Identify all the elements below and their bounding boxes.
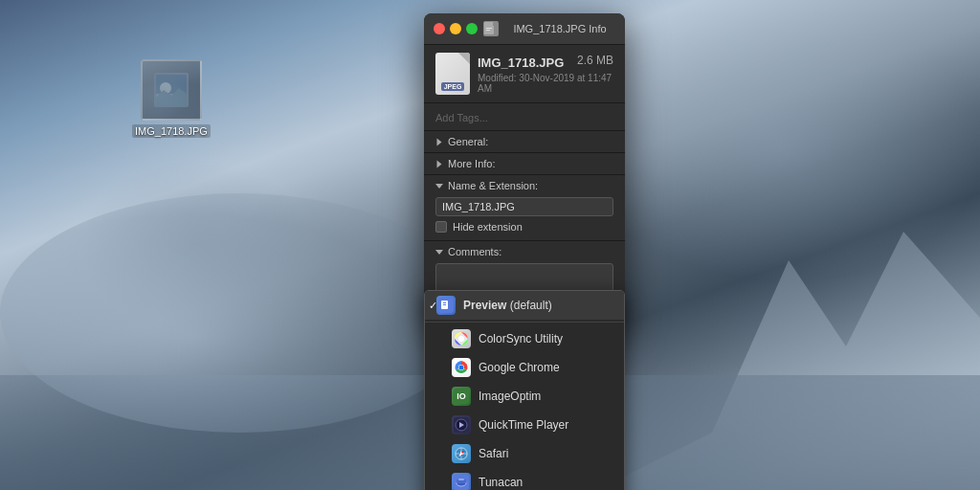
svg-text:IO: IO <box>457 391 466 401</box>
safari-label: Safari <box>479 447 508 460</box>
imageoptim-app-icon: IO <box>452 387 471 406</box>
general-header[interactable]: General: <box>424 131 625 152</box>
background-ice <box>0 193 479 433</box>
comments-label: Comments: <box>448 246 501 257</box>
file-size: 2.6 MB <box>577 54 613 67</box>
tunacan-app-icon <box>452 473 471 490</box>
title-bar: IMG_1718.JPG Info <box>424 13 625 45</box>
general-label: General: <box>448 136 488 147</box>
desktop-file-icon[interactable]: IMG_1718.JPG <box>132 59 211 138</box>
dropdown-item-preview[interactable]: ✓ Preview (default) <box>425 291 624 320</box>
svg-rect-30 <box>458 479 464 480</box>
svg-rect-6 <box>486 30 490 31</box>
file-thumbnail <box>141 59 202 121</box>
tags-section[interactable]: Add Tags... <box>424 103 625 131</box>
colorsync-label: ColorSync Utility <box>479 332 563 345</box>
svg-point-3 <box>160 82 171 94</box>
dropdown-item-imageoptim[interactable]: IO ImageOptim <box>425 382 624 411</box>
dropdown-item-chrome[interactable]: Google Chrome <box>425 353 624 382</box>
more-info-section: More Info: <box>424 153 625 175</box>
file-name-info: IMG_1718.JPG 2.6 MB Modified: 30-Nov-201… <box>478 54 613 94</box>
svg-rect-10 <box>443 304 446 305</box>
hide-extension-label: Hide extension <box>453 221 523 233</box>
chrome-label: Google Chrome <box>479 361 560 374</box>
comments-header[interactable]: Comments: <box>435 246 613 257</box>
svg-rect-0 <box>154 73 189 107</box>
dropdown-item-colorsync[interactable]: ColorSync Utility <box>425 324 624 353</box>
svg-point-12 <box>458 336 464 342</box>
comments-triangle-icon <box>435 250 443 255</box>
minimize-button[interactable] <box>450 23 461 34</box>
file-type-badge: JPEG <box>441 82 465 91</box>
file-header: JPEG IMG_1718.JPG 2.6 MB Modified: 30-No… <box>424 45 625 103</box>
more-info-triangle-icon <box>437 160 442 167</box>
filename-input[interactable] <box>435 197 613 216</box>
preview-label: Preview (default) <box>463 299 552 312</box>
svg-rect-5 <box>486 28 492 29</box>
svg-point-15 <box>459 366 464 370</box>
tags-placeholder: Add Tags... <box>435 112 488 123</box>
hide-extension-checkbox[interactable] <box>435 221 447 233</box>
preview-app-icon <box>436 296 456 315</box>
dropdown-item-tunacan[interactable]: Tunacan <box>425 468 624 490</box>
colorsync-app-icon <box>452 329 471 348</box>
svg-rect-1 <box>156 75 187 94</box>
open-with-dropdown: ✓ Preview (default) ColorSync Utili <box>424 290 625 490</box>
name-ext-triangle-icon <box>435 184 443 189</box>
panel-title: IMG_1718.JPG Info <box>504 23 615 34</box>
tunacan-label: Tunacan <box>479 476 523 489</box>
safari-app-icon <box>452 444 471 463</box>
more-info-label: More Info: <box>448 158 496 169</box>
svg-rect-2 <box>156 94 187 107</box>
general-triangle-icon <box>437 138 442 145</box>
quicktime-label: QuickTime Player <box>479 418 568 432</box>
file-modified: Modified: 30-Nov-2019 at 11:47 AM <box>478 73 613 94</box>
hide-extension-row: Hide extension <box>435 221 613 233</box>
more-info-header[interactable]: More Info: <box>424 153 625 174</box>
chrome-app-icon <box>452 358 471 377</box>
general-section: General: <box>424 131 625 153</box>
title-bar-file-icon <box>483 21 499 36</box>
quicktime-app-icon <box>452 415 471 434</box>
maximize-button[interactable] <box>466 23 478 34</box>
dropdown-item-quicktime[interactable]: QuickTime Player <box>425 411 624 439</box>
check-icon: ✓ <box>429 300 437 312</box>
svg-rect-9 <box>443 302 446 303</box>
file-icon-jpeg: JPEG <box>435 53 470 95</box>
desktop-icon-label: IMG_1718.JPG <box>132 124 211 138</box>
dropdown-divider-1 <box>425 322 624 323</box>
info-panel: IMG_1718.JPG Info JPEG IMG_1718.JPG 2.6 … <box>424 13 625 328</box>
name-extension-label: Name & Extension: <box>448 180 538 191</box>
dropdown-item-safari[interactable]: Safari <box>425 439 624 468</box>
file-name-row: IMG_1718.JPG 2.6 MB <box>478 54 613 71</box>
name-extension-section: Name & Extension: Hide extension <box>424 175 625 241</box>
imageoptim-label: ImageOptim <box>479 390 541 403</box>
file-name: IMG_1718.JPG <box>478 56 564 70</box>
close-button[interactable] <box>434 23 445 34</box>
name-extension-header[interactable]: Name & Extension: <box>435 180 613 191</box>
traffic-lights <box>434 23 478 34</box>
